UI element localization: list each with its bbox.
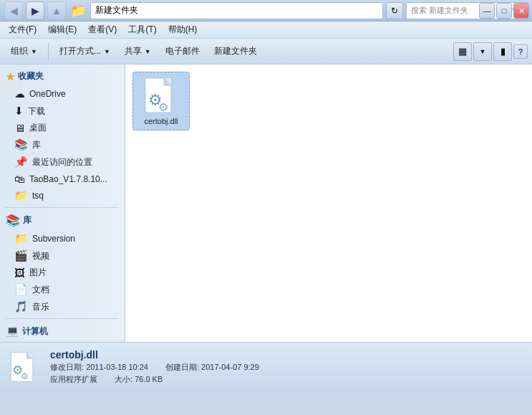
- toolbar-separator-1: [48, 43, 49, 60]
- share-button[interactable]: 共享 ▼: [118, 41, 158, 62]
- close-button[interactable]: ✕: [513, 3, 529, 19]
- open-with-arrow: ▼: [104, 48, 110, 55]
- filetype-label: 应用程序扩展: [50, 375, 97, 383]
- maximize-button[interactable]: □: [496, 3, 512, 19]
- view-arrow-icon: ▼: [480, 48, 486, 55]
- music-icon: 🎵: [14, 300, 28, 313]
- details-pane-button[interactable]: ▮: [493, 42, 512, 61]
- sidebar-item-desktop[interactable]: 🖥 桌面: [0, 120, 125, 136]
- organize-arrow: ▼: [31, 48, 37, 55]
- size-value: 76.0 KB: [135, 375, 163, 383]
- sidebar-library-header[interactable]: 📚 库: [0, 211, 125, 230]
- main-area: ★ 收藏夹 ☁ OneDrive ⬇ 下载 🖥 桌面 📚 库 📌 最近访问的位置…: [0, 65, 532, 342]
- library-icon: 📚: [14, 138, 28, 151]
- sidebar-favorites-header[interactable]: ★ 收藏夹: [0, 67, 125, 85]
- toolbar: 组织 ▼ 打开方式... ▼ 共享 ▼ 电子邮件 新建文件夹 ▦ ▼ ▮ ?: [0, 39, 532, 65]
- library-section-icon: 📚: [6, 214, 20, 227]
- video-icon: 🎬: [14, 249, 28, 262]
- sidebar-item-music[interactable]: 🎵 音乐: [0, 298, 125, 315]
- created-label: 创建日期:: [165, 363, 199, 371]
- favorites-arrow: ★: [6, 71, 15, 82]
- sidebar-item-video[interactable]: 🎬 视频: [0, 247, 125, 264]
- status-filename: certobj.dll: [50, 349, 259, 361]
- menu-help[interactable]: 帮助(H): [163, 22, 203, 37]
- pictures-label: 图片: [29, 267, 47, 279]
- status-size: 大小: 76.0 KB: [115, 374, 163, 385]
- sidebar-item-taobao[interactable]: 🛍 TaoBao_V1.7.8.10...: [0, 171, 125, 187]
- open-with-label: 打开方式...: [59, 45, 101, 57]
- new-folder-button[interactable]: 新建文件夹: [208, 41, 263, 62]
- open-with-button[interactable]: 打开方式... ▼: [53, 41, 117, 62]
- onedrive-label: OneDrive: [29, 89, 66, 99]
- sidebar-item-pictures[interactable]: 🖼 图片: [0, 264, 125, 281]
- taobao-icon: 🛍: [14, 173, 25, 185]
- view-icon: ▦: [458, 46, 467, 57]
- svg-text:⚙: ⚙: [21, 371, 29, 381]
- recent-icon: 📌: [14, 156, 28, 168]
- menu-file[interactable]: 文件(F): [3, 22, 42, 37]
- address-field[interactable]: 新建文件夹: [90, 2, 383, 19]
- share-label: 共享: [125, 45, 142, 57]
- status-modified: 修改日期: 2011-03-18 10:24: [50, 362, 148, 373]
- sidebar-item-onedrive[interactable]: ☁ OneDrive: [0, 85, 125, 102]
- tsq-label: tsq: [32, 191, 44, 201]
- sidebar-item-library[interactable]: 📚 库: [0, 136, 125, 153]
- help-button[interactable]: ?: [513, 44, 528, 59]
- desktop-label: 桌面: [29, 122, 47, 134]
- up-button[interactable]: ▲: [47, 1, 66, 20]
- minimize-button[interactable]: —: [479, 3, 495, 19]
- sidebar-item-documents[interactable]: 📄 文档: [0, 281, 125, 298]
- sidebar-item-tsq[interactable]: 📁 tsq: [0, 187, 125, 204]
- window-controls: — □ ✕: [479, 3, 529, 19]
- title-folder-icon: 📁: [70, 3, 86, 19]
- view-mode-button[interactable]: ▦: [453, 42, 472, 61]
- modified-label: 修改日期:: [50, 363, 84, 371]
- file-area[interactable]: ⚙ ⚙ certobj.dll: [125, 65, 532, 342]
- pictures-icon: 🖼: [14, 267, 25, 279]
- help-icon: ?: [518, 47, 523, 56]
- onedrive-icon: ☁: [14, 87, 25, 100]
- address-text: 新建文件夹: [95, 4, 138, 16]
- subversion-icon: 📁: [14, 232, 28, 245]
- sidebar-item-subversion[interactable]: 📁 Subversion: [0, 230, 125, 247]
- menu-view[interactable]: 查看(V): [82, 22, 122, 37]
- file-item-certobj[interactable]: ⚙ ⚙ certobj.dll: [132, 72, 190, 130]
- status-filetype: 应用程序扩展: [50, 374, 97, 385]
- email-label: 电子邮件: [165, 45, 200, 57]
- documents-label: 文档: [32, 284, 49, 296]
- music-label: 音乐: [32, 301, 49, 313]
- dll-file-svg: ⚙ ⚙: [144, 77, 178, 114]
- downloads-icon: ⬇: [14, 105, 24, 118]
- downloads-label: 下载: [28, 105, 45, 118]
- organize-label: 组织: [11, 45, 28, 57]
- sidebar-item-downloads[interactable]: ⬇ 下载: [0, 102, 125, 120]
- sidebar-computer-header[interactable]: 💻 计算机: [0, 322, 125, 340]
- status-bar: ⚙ ⚙ certobj.dll 修改日期: 2011-03-18 10:24 创…: [0, 342, 532, 391]
- file-label-certobj: certobj.dll: [144, 117, 178, 125]
- subversion-label: Subversion: [32, 234, 75, 244]
- taobao-label: TaoBao_V1.7.8.10...: [29, 174, 107, 184]
- computer-label: 计算机: [22, 325, 48, 338]
- view-arrow-button[interactable]: ▼: [473, 42, 492, 61]
- menu-tools[interactable]: 工具(T): [122, 22, 162, 37]
- sidebar: ★ 收藏夹 ☁ OneDrive ⬇ 下载 🖥 桌面 📚 库 📌 最近访问的位置…: [0, 65, 125, 342]
- sidebar-item-recent[interactable]: 📌 最近访问的位置: [0, 153, 125, 171]
- toolbar-right: ▦ ▼ ▮ ?: [453, 42, 528, 61]
- desktop-icon: 🖥: [14, 122, 25, 134]
- sidebar-divider-1: [6, 207, 119, 208]
- status-info: certobj.dll 修改日期: 2011-03-18 10:24 创建日期:…: [50, 349, 259, 385]
- sidebar-divider-2: [6, 318, 119, 319]
- recent-label: 最近访问的位置: [32, 156, 92, 168]
- modified-date: 2011-03-18 10:24: [86, 363, 148, 371]
- dll-icon: ⚙ ⚙: [142, 77, 180, 114]
- status-details: 修改日期: 2011-03-18 10:24 创建日期: 2017-04-07 …: [50, 362, 259, 373]
- email-button[interactable]: 电子邮件: [159, 41, 206, 62]
- refresh-button[interactable]: ↻: [386, 2, 403, 19]
- size-label: 大小:: [115, 375, 132, 383]
- svg-text:⚙: ⚙: [158, 101, 168, 113]
- forward-button[interactable]: ▶: [26, 1, 44, 20]
- back-button[interactable]: ◀: [4, 1, 23, 20]
- organize-button[interactable]: 组织 ▼: [4, 41, 44, 62]
- menu-edit[interactable]: 编辑(E): [42, 22, 82, 37]
- documents-icon: 📄: [14, 283, 28, 296]
